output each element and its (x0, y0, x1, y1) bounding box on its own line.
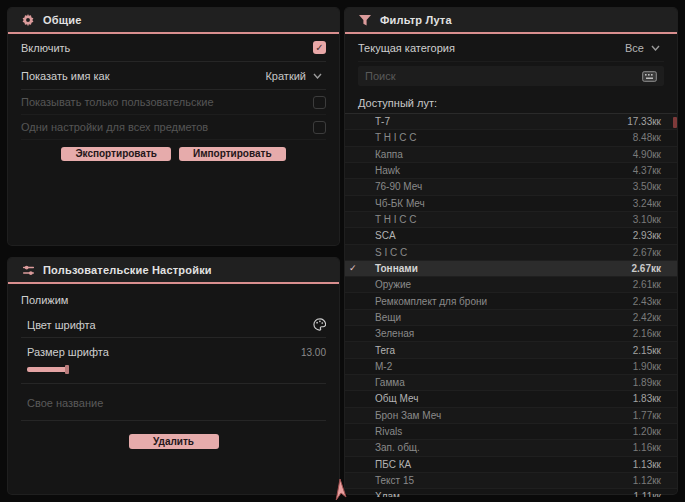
loot-item-row[interactable]: Вещи2.42кк (345, 310, 677, 326)
loot-item-value: 1.13кк (633, 459, 677, 470)
search-input[interactable] (365, 70, 642, 82)
loot-item-name: Оружие (366, 279, 633, 290)
font-size-slider[interactable] (27, 365, 327, 374)
loot-item-value: 2.42кк (633, 312, 677, 323)
loot-list[interactable]: Т-717.33ккT H I C C8.48ккКаппа4.90ккHawk… (345, 113, 677, 497)
loot-item-name: М-2 (366, 361, 633, 372)
chevron-down-icon (313, 73, 322, 79)
loot-item-row[interactable]: Общ Меч1.83кк (345, 391, 677, 407)
loot-item-value: 17.33кк (627, 116, 677, 127)
loot-item-value: 1.89кк (633, 377, 677, 388)
loot-item-row[interactable]: Каппа4.90кк (345, 147, 677, 163)
loot-item-row[interactable]: 76-90 Меч3.50кк (345, 179, 677, 195)
loot-item-name: Зеленая (366, 328, 633, 339)
mouse-cursor-icon (332, 478, 348, 502)
loot-item-name: Rivals (366, 426, 633, 437)
loot-item-value: 4.90кк (633, 149, 677, 160)
check-icon: ✓ (345, 263, 366, 273)
panel-general: Общие Включить ✓ Показать имя как Кратки… (8, 8, 339, 245)
loot-item-value: 1.16кк (633, 442, 677, 453)
loot-item-name: Зап. общ. (366, 442, 633, 453)
loot-item-name: Тега (366, 345, 633, 356)
loot-item-name: Брон Зам Меч (366, 410, 633, 421)
palette-icon[interactable] (313, 318, 326, 331)
show-name-row: Показать имя как Краткий (21, 62, 326, 90)
loot-item-value: 2.16кк (633, 328, 677, 339)
import-button[interactable]: Импортировать (179, 147, 286, 161)
loot-item-value: 2.67кк (633, 247, 677, 258)
loot-item-name: Ремкомплект для брони (366, 296, 633, 307)
loot-item-name: T H I C C (366, 214, 633, 225)
loot-item-row[interactable]: М-21.90кк (345, 359, 677, 375)
loot-item-name: Чб-БК Меч (366, 198, 633, 209)
font-color-row: Цвет шрифта (21, 312, 326, 338)
loot-item-row[interactable]: Оружие2.61кк (345, 277, 677, 293)
search-box (358, 66, 664, 86)
font-color-label: Цвет шрифта (27, 319, 96, 331)
loot-item-value: 1.90кк (633, 361, 677, 372)
check-icon: ✓ (315, 43, 323, 53)
panel-loot-filter-header: Фильтр Лута (345, 8, 677, 32)
same-settings-row: Одни настройки для всех предметов (21, 115, 326, 140)
show-name-label: Показать имя как (21, 70, 110, 82)
name-mode-dropdown[interactable]: Краткий (261, 68, 326, 84)
slider-handle[interactable] (65, 365, 69, 374)
font-size-slider-row (21, 363, 326, 384)
loot-item-row[interactable]: Rivals1.20кк (345, 424, 677, 440)
loot-item-row[interactable]: Hawk4.37кк (345, 163, 677, 179)
loot-item-name: Вещи (366, 312, 633, 323)
loot-item-row[interactable]: SCA2.93кк (345, 228, 677, 244)
loot-item-row[interactable]: Тега2.15кк (345, 342, 677, 358)
panel-general-header: Общие (8, 8, 339, 32)
loot-item-value: 3.50кк (633, 181, 677, 192)
font-size-value: 13.00 (301, 347, 326, 358)
loot-item-row[interactable]: ✓Тоннами2.67кк (345, 261, 677, 277)
loot-item-row[interactable]: Т-717.33кк (345, 114, 677, 130)
panel-user-settings: Пользовательские Настройки Полижим Цвет … (8, 258, 339, 494)
category-value: Все (625, 42, 644, 54)
loot-item-row[interactable]: T H I C C8.48кк (345, 130, 677, 146)
loot-item-row[interactable]: Гамма1.89кк (345, 375, 677, 391)
enable-checkbox[interactable]: ✓ (313, 41, 326, 54)
loot-item-row[interactable]: S I C C2.67кк (345, 245, 677, 261)
loot-item-name: Общ Меч (366, 393, 633, 404)
user-settings-icon (21, 263, 35, 277)
loot-item-name: Тоннами (366, 263, 632, 274)
app-window: Общие Включить ✓ Показать имя как Кратки… (0, 0, 685, 502)
loot-item-row[interactable]: Чб-БК Меч3.24кк (345, 196, 677, 212)
loot-item-name: Каппа (366, 149, 633, 160)
loot-item-row[interactable]: T H I C C3.10кк (345, 212, 677, 228)
loot-item-name: SCA (366, 230, 633, 241)
loot-item-value: 2.67кк (632, 263, 677, 274)
loot-item-row[interactable]: Текст 151.12кк (345, 473, 677, 489)
selected-item-name: Полижим (21, 284, 326, 312)
export-button[interactable]: Экспортировать (61, 147, 171, 161)
panel-loot-filter: Фильтр Лута Текущая категория Все Доступ… (345, 8, 677, 494)
panel-general-title: Общие (43, 14, 82, 26)
loot-item-row[interactable]: ПБС КА1.13кк (345, 457, 677, 473)
scrollbar-thumb[interactable] (673, 117, 677, 128)
loot-item-row[interactable]: Брон Зам Меч1.77кк (345, 408, 677, 424)
loot-item-row[interactable]: Зеленая2.16кк (345, 326, 677, 342)
enable-label: Включить (21, 42, 70, 54)
loot-item-row[interactable]: Хлам1.11кк (345, 489, 677, 497)
same-settings-checkbox[interactable] (313, 121, 326, 134)
loot-item-row[interactable]: Ремкомплект для брони2.43кк (345, 293, 677, 309)
loot-item-name: T H I C C (366, 132, 633, 143)
loot-item-value: 2.93кк (633, 230, 677, 241)
available-loot-label: Доступный лут: (358, 92, 664, 113)
keyboard-icon[interactable] (642, 71, 657, 82)
loot-item-value: 4.37кк (633, 165, 677, 176)
loot-item-value: 1.11кк (634, 491, 677, 497)
loot-item-value: 2.15кк (633, 345, 677, 356)
category-dropdown[interactable]: Все (621, 40, 664, 56)
only-custom-checkbox[interactable] (313, 96, 326, 109)
loot-item-name: ПБС КА (366, 459, 633, 470)
loot-item-row[interactable]: Зап. общ.1.16кк (345, 440, 677, 456)
delete-button[interactable]: Удалить (129, 434, 219, 449)
loot-item-name: Текст 15 (366, 475, 633, 486)
loot-item-value: 1.83кк (633, 393, 677, 404)
custom-name-input[interactable] (27, 397, 326, 409)
loot-item-name: Hawk (366, 165, 633, 176)
loot-item-name: Т-7 (366, 116, 627, 127)
